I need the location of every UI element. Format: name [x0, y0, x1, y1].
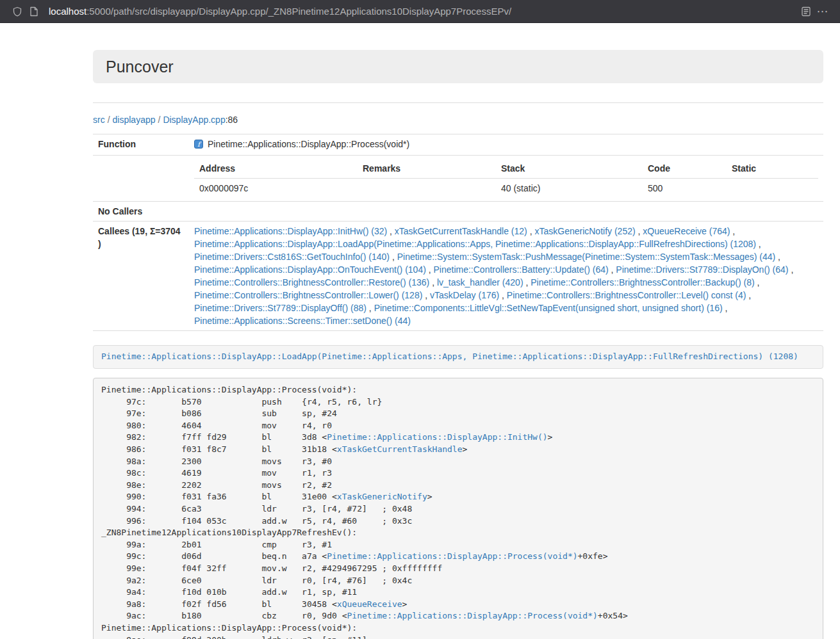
breadcrumb-line-number: :86 — [226, 115, 238, 125]
asm-symbol-link[interactable]: Pinetime::Applications::DisplayApp::Init… — [327, 432, 547, 442]
no-callers-label: No Callers — [93, 202, 189, 222]
function-icon: f — [194, 139, 203, 152]
callee-link[interactable]: Pinetime::Controllers::BrightnessControl… — [531, 277, 754, 287]
callee-link[interactable]: Pinetime::Drivers::St7789::DisplayOn() (… — [616, 264, 788, 275]
callee-link[interactable]: xTaskGenericNotify (252) — [534, 226, 635, 236]
url-host: localhost — [49, 6, 86, 17]
function-table: Function f Pinetime::Applications::Displ… — [93, 134, 823, 331]
asm-symbol-link[interactable]: xTaskGenericNotify — [337, 492, 427, 501]
col-code: Code — [643, 159, 727, 179]
function-label: Function — [93, 134, 189, 156]
divider — [93, 102, 823, 103]
callee-link[interactable]: Pinetime::Controllers::BrightnessControl… — [194, 277, 429, 287]
col-static: Static — [727, 159, 818, 179]
metrics-row-spacer — [93, 156, 189, 202]
asm-symbol-link[interactable]: xTaskGetCurrentTaskHandle — [337, 444, 463, 454]
callees-list: Pinetime::Applications::DisplayApp::Init… — [189, 222, 823, 331]
asm-symbol-link[interactable]: Pinetime::Applications::DisplayApp::Proc… — [327, 551, 577, 561]
url-bar[interactable]: localhost:5000/path/src/displayapp/Displ… — [49, 6, 798, 17]
col-stack: Stack — [496, 159, 643, 179]
page-container: Puncover src/displayapp/DisplayApp.cpp:8… — [93, 50, 823, 639]
callee-link[interactable]: Pinetime::Controllers::BrightnessControl… — [507, 290, 746, 300]
breadcrumb-link[interactable]: displayapp — [113, 115, 156, 125]
col-address: Address — [194, 159, 358, 179]
callee-link[interactable]: Pinetime::Controllers::Battery::Update()… — [434, 264, 609, 275]
asm-symbol-link[interactable]: Pinetime::Applications::DisplayApp::Proc… — [347, 611, 598, 620]
url-path: :5000/path/src/displayapp/DisplayApp.cpp… — [86, 6, 511, 17]
page-info-icon[interactable] — [26, 3, 42, 20]
callee-link[interactable]: lv_task_handler (420) — [437, 277, 523, 287]
callee-link[interactable]: Pinetime::Applications::DisplayApp::OnTo… — [194, 264, 426, 275]
code-value: 500 — [643, 179, 727, 198]
callee-link[interactable]: vTaskDelay (176) — [430, 290, 499, 300]
no-callers-row: No Callers — [93, 202, 823, 222]
function-row: Function f Pinetime::Applications::Displ… — [93, 134, 823, 156]
spotlight-link[interactable]: Pinetime::Applications::DisplayApp::Load… — [101, 352, 798, 361]
callee-link[interactable]: Pinetime::Drivers::Cst816S::GetTouchInfo… — [194, 252, 390, 262]
page-title: Puncover — [106, 58, 811, 75]
col-remarks: Remarks — [358, 159, 496, 179]
callees-label: Callees (19, Σ=3704 ) — [93, 222, 189, 331]
address-value: 0x0000097c — [194, 179, 358, 198]
breadcrumb-link[interactable]: DisplayApp.cpp — [163, 115, 225, 125]
metrics-table: Address Remarks Stack Code Static 0x0000… — [194, 159, 818, 198]
callee-link[interactable]: Pinetime::Drivers::St7789::DisplayOff() … — [194, 303, 366, 313]
callee-link[interactable]: xQueueReceive (764) — [643, 226, 730, 236]
assembly-code: Pinetime::Applications::DisplayApp::Proc… — [93, 378, 823, 639]
reader-view-icon[interactable] — [798, 3, 814, 20]
breadcrumb: src/displayapp/DisplayApp.cpp:86 — [93, 113, 823, 126]
breadcrumb-separator: / — [105, 115, 113, 125]
static-value — [727, 179, 818, 198]
callee-link[interactable]: Pinetime::Applications::DisplayApp::Init… — [194, 226, 387, 236]
callee-link[interactable]: xTaskGetCurrentTaskHandle (12) — [395, 226, 527, 236]
callee-link[interactable]: Pinetime::Applications::Screens::Timer::… — [194, 316, 411, 326]
callee-link[interactable]: Pinetime::Controllers::BrightnessControl… — [194, 290, 422, 300]
spotlight-panel: Pinetime::Applications::DisplayApp::Load… — [93, 345, 823, 369]
function-name: Pinetime::Applications::DisplayApp::Proc… — [208, 139, 409, 149]
asm-symbol-link[interactable]: xQueueReceive — [337, 599, 402, 609]
callee-link[interactable]: Pinetime::System::SystemTask::PushMessag… — [397, 252, 776, 262]
callee-link[interactable]: Pinetime::Components::LittleVgl::SetNewT… — [374, 303, 723, 313]
more-actions-icon[interactable]: ⋯ — [814, 3, 831, 20]
stack-value: 40 (static) — [496, 179, 643, 198]
browser-chrome: localhost:5000/path/src/displayapp/Displ… — [0, 0, 840, 23]
metrics-row: Address Remarks Stack Code Static 0x0000… — [93, 156, 823, 202]
shield-icon[interactable] — [9, 3, 26, 20]
page-title-banner: Puncover — [93, 50, 823, 83]
callees-row: Callees (19, Σ=3704 ) Pinetime::Applicat… — [93, 222, 823, 331]
breadcrumb-link[interactable]: src — [93, 115, 105, 125]
metrics-values-row: 0x0000097c 40 (static) 500 — [194, 179, 818, 198]
breadcrumb-separator: / — [156, 115, 163, 125]
remarks-value — [358, 179, 496, 198]
callee-link[interactable]: Pinetime::Applications::DisplayApp::Load… — [194, 239, 756, 249]
